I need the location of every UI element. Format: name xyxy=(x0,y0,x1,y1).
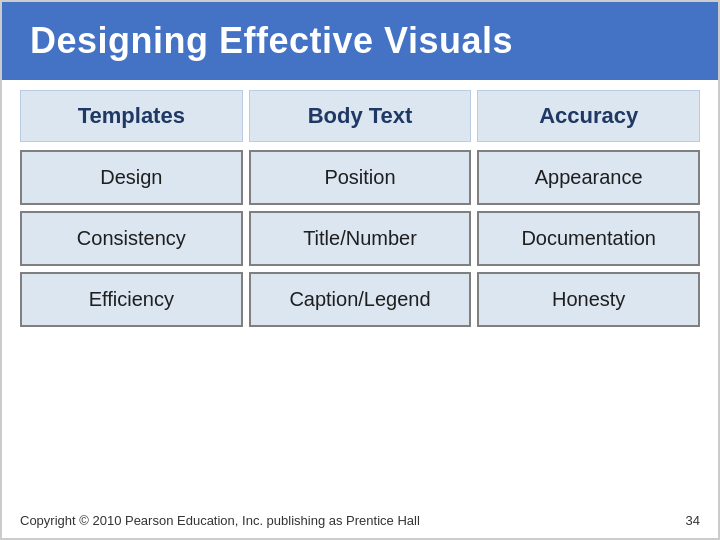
table-row: Design Position Appearance xyxy=(20,150,700,205)
cell-position: Position xyxy=(249,150,472,205)
slide-footer: Copyright © 2010 Pearson Education, Inc.… xyxy=(2,505,718,538)
cell-titlenumber: Title/Number xyxy=(249,211,472,266)
table-row: Efficiency Caption/Legend Honesty xyxy=(20,272,700,327)
cell-captionlegend: Caption/Legend xyxy=(249,272,472,327)
page-number: 34 xyxy=(686,513,700,528)
cell-honesty: Honesty xyxy=(477,272,700,327)
slide-header: Designing Effective Visuals xyxy=(2,2,718,80)
cell-design: Design xyxy=(20,150,243,205)
slide: Designing Effective Visuals Templates Bo… xyxy=(0,0,720,540)
slide-title: Designing Effective Visuals xyxy=(30,20,513,61)
table-section: Templates Body Text Accuracy Design Posi… xyxy=(2,80,718,505)
column-headers: Templates Body Text Accuracy xyxy=(20,90,700,142)
col-header-bodytext: Body Text xyxy=(249,90,472,142)
copyright-text: Copyright © 2010 Pearson Education, Inc.… xyxy=(20,513,420,528)
col-header-templates: Templates xyxy=(20,90,243,142)
cell-consistency: Consistency xyxy=(20,211,243,266)
cell-appearance: Appearance xyxy=(477,150,700,205)
cell-documentation: Documentation xyxy=(477,211,700,266)
cell-efficiency: Efficiency xyxy=(20,272,243,327)
table-row: Consistency Title/Number Documentation xyxy=(20,211,700,266)
col-header-accuracy: Accuracy xyxy=(477,90,700,142)
table-rows: Design Position Appearance Consistency T… xyxy=(20,150,700,505)
